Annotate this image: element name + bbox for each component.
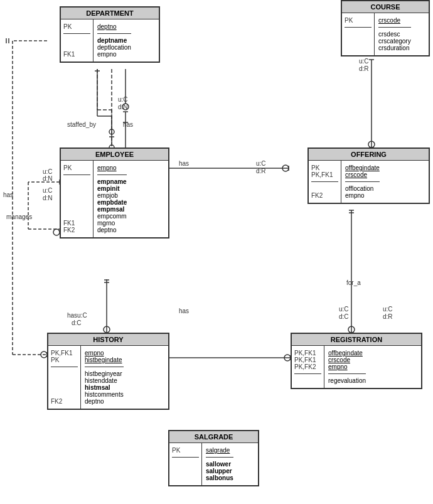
employee-title: EMPLOYEE <box>61 149 168 161</box>
dept-deptname: deptname <box>97 37 131 44</box>
svg-point-43 <box>53 229 60 235</box>
svg-point-50 <box>41 351 47 358</box>
entity-history: HISTORY PK,FK1 PK FK2 empno <box>47 333 169 410</box>
off-pk1-key: PK <box>311 164 338 171</box>
dept-deptlocation: deptlocation <box>97 44 131 51</box>
off-fk2-key: FK2 <box>311 192 338 199</box>
svg-point-23 <box>368 141 375 147</box>
registration-title: REGISTRATION <box>292 334 421 346</box>
emp-empcomm: empcomm <box>97 213 127 220</box>
course-title: COURSE <box>342 1 429 13</box>
hist-histbeginyear: histbeginyear <box>85 370 124 377</box>
entity-salgrade: SALGRADE PK salgrade sallow <box>168 430 259 486</box>
emp-empmsal: empmsal <box>97 206 127 213</box>
label-for-a: for_a <box>346 279 361 286</box>
course-crscode: crscode <box>378 17 411 24</box>
label-dn-dept: d:N <box>43 175 53 182</box>
label-hasu-c: hasu:C <box>67 312 87 319</box>
sal-salupper: salupper <box>206 468 233 475</box>
erd-diagram: DEPARTMENT PK FK1 deptno dept <box>0 0 433 504</box>
label-has-dept-emp: has <box>123 121 133 128</box>
emp-empbdate: empbdate <box>97 199 127 206</box>
salgrade-title: SALGRADE <box>169 431 258 443</box>
hist-fk2-key: FK2 <box>51 398 78 405</box>
label-dr-reg2: d:R <box>383 313 393 320</box>
entity-department: DEPARTMENT PK FK1 deptno dept <box>60 6 160 63</box>
dept-pk-key: PK <box>63 23 90 30</box>
hist-empno: empno <box>85 350 124 357</box>
dept-fk1-key: FK1 <box>63 51 90 58</box>
label-dn-has-top: d:N <box>118 104 128 110</box>
hist-histenddate: histenddate <box>85 377 124 384</box>
off-pk2-key: PK,FK1 <box>311 171 338 178</box>
emp-empjob: empjob <box>97 192 127 199</box>
label-uc-dept: u:C <box>43 168 53 175</box>
label-dn-manages: d:N <box>43 195 53 201</box>
entity-registration: REGISTRATION PK,FK1 PK,FK1 PK,FK2 offbeg… <box>291 333 422 389</box>
course-crscategory: crscategory <box>378 38 411 45</box>
hist-pk1-key: PK,FK1 <box>51 350 78 357</box>
label-dr-course-off: d:R <box>359 65 369 72</box>
dept-deptno: deptno <box>97 23 131 30</box>
reg-offbegindate: offbegindate <box>328 350 366 357</box>
emp-mgrno: mgrno <box>97 220 127 227</box>
offering-title: OFFERING <box>309 149 429 161</box>
history-title: HISTORY <box>48 334 168 346</box>
label-dc-reg1: d:C <box>339 313 349 320</box>
department-title: DEPARTMENT <box>61 8 159 19</box>
course-pk-key: PK <box>345 17 372 24</box>
off-crscode: crscode <box>345 171 380 178</box>
sal-sallower: sallower <box>206 461 233 468</box>
hist-histbegindate: histbegindate <box>85 357 124 363</box>
svg-point-19 <box>282 165 289 171</box>
hist-histmsal: histmsal <box>85 384 124 391</box>
label-has-emp-off: has <box>179 160 189 167</box>
emp-empno: empno <box>97 164 127 171</box>
emp-empname: empname <box>97 178 127 185</box>
label-uc-course-off: u:C <box>359 58 369 65</box>
label-staffed-by: staffed_by <box>67 121 96 128</box>
reg-crscode: crscode <box>328 357 366 363</box>
label-has-hist-reg: has <box>179 308 189 314</box>
course-crsduration: crsduration <box>378 45 411 51</box>
emp-deptno: deptno <box>97 227 127 233</box>
entity-course: COURSE PK crscode crsdesc <box>341 0 430 56</box>
sal-pk-key: PK <box>172 447 199 454</box>
entity-employee: EMPLOYEE PK FK1 FK2 <box>60 147 169 239</box>
label-dr-emp-off: d:R <box>256 168 266 174</box>
svg-point-5 <box>109 129 114 134</box>
reg-pk3-key: PK,FK2 <box>294 363 321 370</box>
hist-histcomments: histcomments <box>85 391 124 398</box>
emp-empinit: empinit <box>97 185 127 192</box>
label-manages: manages <box>6 213 32 220</box>
svg-point-32 <box>284 355 291 361</box>
reg-pk2-key: PK,FK1 <box>294 357 321 363</box>
reg-pk1-key: PK,FK1 <box>294 350 321 357</box>
dept-empno: empno <box>97 51 131 58</box>
reg-regevaluation: regevaluation <box>328 377 366 384</box>
sal-salbonus: salbonus <box>206 475 233 481</box>
svg-point-28 <box>104 326 110 333</box>
relationship-lines <box>0 0 433 504</box>
label-uc-has-top: u:C <box>118 96 128 103</box>
label-uc-emp-off: u:C <box>256 160 266 167</box>
emp-fk2-key: FK2 <box>63 227 90 233</box>
course-crsdesc: crsdesc <box>378 31 411 38</box>
hist-deptno: deptno <box>85 398 124 405</box>
sal-salgrade: salgrade <box>206 447 233 454</box>
label-has-left: has <box>3 191 13 198</box>
svg-point-37 <box>348 326 355 333</box>
label-uc-manages: u:C <box>43 187 53 194</box>
reg-empno: empno <box>328 363 366 370</box>
off-offbegindate: offbegindate <box>345 164 380 171</box>
off-offlocation: offlocation <box>345 185 380 192</box>
label-uc-reg2: u:C <box>383 306 393 313</box>
label-dc: d:C <box>72 319 82 326</box>
emp-pk-key: PK <box>63 164 90 171</box>
entity-offering: OFFERING PK PK,FK1 FK2 offbegindate crsc… <box>307 147 430 204</box>
hist-pk2-key: PK <box>51 357 78 363</box>
label-uc-reg1: u:C <box>339 306 349 313</box>
off-empno: empno <box>345 192 380 199</box>
emp-fk1-key: FK1 <box>63 220 90 227</box>
